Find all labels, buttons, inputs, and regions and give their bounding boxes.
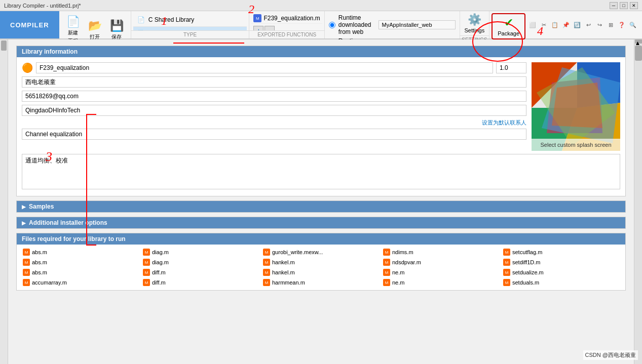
file-name: hankel.m <box>272 259 295 265</box>
main-toolbar: COMPILER 📄 新建 工程 📂 打开 💾 保存 文件 <box>0 11 642 39</box>
summary-row <box>22 129 526 140</box>
window-controls[interactable]: ─ □ ✕ <box>610 2 638 9</box>
samples-header[interactable]: ▶ Samples <box>17 201 625 212</box>
file-item: M abs.m <box>22 248 140 257</box>
toolbar-icon-9[interactable]: ❓ <box>617 20 627 30</box>
sidebar-item-c-shared[interactable]: 📄 C Shared Library <box>133 13 247 27</box>
scrollbar-thumb[interactable] <box>635 46 642 61</box>
new-label: 新建 <box>68 29 78 36</box>
splash-screen-box[interactable]: Select custom splash screen <box>532 62 620 151</box>
samples-collapse-icon[interactable]: ▶ <box>22 204 26 210</box>
maximize-button[interactable]: □ <box>620 2 628 9</box>
files-grid: M abs.m M diag.m M gurobi_write.mexw... … <box>17 245 625 290</box>
exported-section-label: EXPORTED FUNCTIONS <box>249 30 324 38</box>
m-file-icon: M <box>253 14 261 22</box>
file-item: M setdualize.m <box>502 268 620 277</box>
c-shared-label: C Shared Library <box>148 16 195 23</box>
company-input[interactable] <box>22 105 526 116</box>
toolbar-icon-1[interactable]: ⬜ <box>527 20 538 30</box>
compiler-tab[interactable]: COMPILER <box>0 11 59 38</box>
exported-section: M F239_equalization.m + − EXPORTED FUNCT… <box>249 11 324 38</box>
compiler-label: COMPILER <box>10 21 49 29</box>
lib-info-form: 🟠 <box>22 62 526 151</box>
email-input[interactable] <box>22 91 526 102</box>
file-name: setcutflag.m <box>512 249 542 255</box>
file-name: ne.m <box>392 269 404 275</box>
name-version-row: 🟠 <box>22 62 526 73</box>
settings-btn-label: Settings <box>464 27 484 33</box>
file-item: M hankel.m <box>262 258 380 267</box>
file-icon: M <box>263 259 270 266</box>
set-default-link[interactable]: 设置为默认联系人 <box>22 119 526 127</box>
exported-filename: F239_equalization.m <box>263 15 320 22</box>
summary-input[interactable] <box>22 129 526 140</box>
close-button[interactable]: ✕ <box>630 2 638 9</box>
file-icon: M <box>383 259 390 266</box>
gear-icon: ⚙️ <box>468 13 481 26</box>
file-icon: M <box>503 259 510 266</box>
library-app-icon: 🟠 <box>22 62 33 73</box>
file-icon: M <box>143 279 150 286</box>
runtime-web-radio[interactable] <box>329 22 335 28</box>
library-info-body: 🟠 <box>17 57 625 196</box>
library-version-input[interactable] <box>496 62 526 73</box>
splash-svg <box>532 62 620 151</box>
author-input[interactable] <box>22 76 526 88</box>
additional-options-header[interactable]: ▶ Additional installer options <box>17 217 625 228</box>
content-area: Library information 🟠 <box>8 39 634 364</box>
sidebar-item-cpp-shared[interactable]: 📄 C++ Shared Library <box>133 27 247 30</box>
toolbar-icon-3[interactable]: 📋 <box>550 20 560 30</box>
file-name: harmmean.m <box>272 279 305 286</box>
save-button[interactable]: 💾 保存 <box>107 17 127 43</box>
description-textarea[interactable]: 通道均衡、校准 <box>22 154 620 189</box>
toolbar-icon-10[interactable]: 🔍 <box>628 20 638 30</box>
runtime-web-input[interactable] <box>379 20 456 29</box>
file-item: M ndsdpvar.m <box>382 258 500 267</box>
samples-title: Samples <box>29 203 54 210</box>
scroll-up-btn[interactable]: ▲ <box>635 39 642 44</box>
file-icon: M <box>23 269 30 276</box>
file-item: M accumarray.m <box>22 278 140 287</box>
toolbar-icon-8[interactable]: ⊞ <box>606 20 616 30</box>
open-button[interactable]: 📂 打开 <box>85 17 105 43</box>
splash-label: Select custom splash screen <box>540 142 611 148</box>
toolbar-icon-4[interactable]: 📌 <box>561 20 571 30</box>
library-info-panel: Library information 🟠 <box>16 46 626 196</box>
additional-collapse-icon[interactable]: ▶ <box>22 220 26 226</box>
file-name: diff.m <box>152 279 166 286</box>
file-icon: M <box>23 279 30 286</box>
file-icon: M <box>23 249 30 256</box>
file-name: gurobi_write.mexw... <box>272 249 323 255</box>
file-name: abs.m <box>32 249 47 255</box>
toolbar-icon-2[interactable]: ✂ <box>539 20 549 30</box>
file-name: diff.m <box>152 269 166 275</box>
toolbar-right-icons: ⬜ ✂ 📋 📌 🔃 ↩ ↪ ⊞ ❓ 🔍 <box>527 11 642 38</box>
toolbar-icon-7[interactable]: ↪ <box>594 20 605 30</box>
library-name-input[interactable] <box>36 62 493 73</box>
settings-button[interactable]: ⚙️ Settings <box>464 13 484 33</box>
add-function-button[interactable]: + <box>253 26 263 30</box>
file-item: M diff.m <box>142 268 260 277</box>
minimize-button[interactable]: ─ <box>610 2 618 9</box>
right-scrollbar[interactable]: ▲ <box>634 39 642 364</box>
settings-section: ⚙️ Settings SETTINGS <box>460 11 490 38</box>
file-icon: M <box>383 269 390 276</box>
window-title: Library Compiler - untitled1.prj* <box>4 3 81 9</box>
file-icon: M <box>503 249 510 256</box>
library-info-header: Library information <box>17 46 625 57</box>
file-name: setdiff1D.m <box>512 259 540 265</box>
toolbar-icon-6[interactable]: ↩ <box>583 20 593 30</box>
file-name: abs.m <box>32 269 47 275</box>
file-name: abs.m <box>32 259 47 265</box>
file-icon: M <box>143 269 150 276</box>
additional-options-panel: ▶ Additional installer options <box>16 217 626 229</box>
files-panel: Files required for your library to run M… <box>16 233 626 291</box>
toolbar-icon-5[interactable]: 🔃 <box>572 20 582 30</box>
file-item: M diff.m <box>142 278 260 287</box>
file-icon: M <box>503 279 510 286</box>
file-item: M setdiff1D.m <box>502 258 620 267</box>
package-button[interactable]: ✔ Package <box>492 13 525 39</box>
remove-function-button[interactable]: − <box>265 26 275 30</box>
file-icon: M <box>143 249 150 256</box>
file-item: M harmmean.m <box>262 278 380 287</box>
